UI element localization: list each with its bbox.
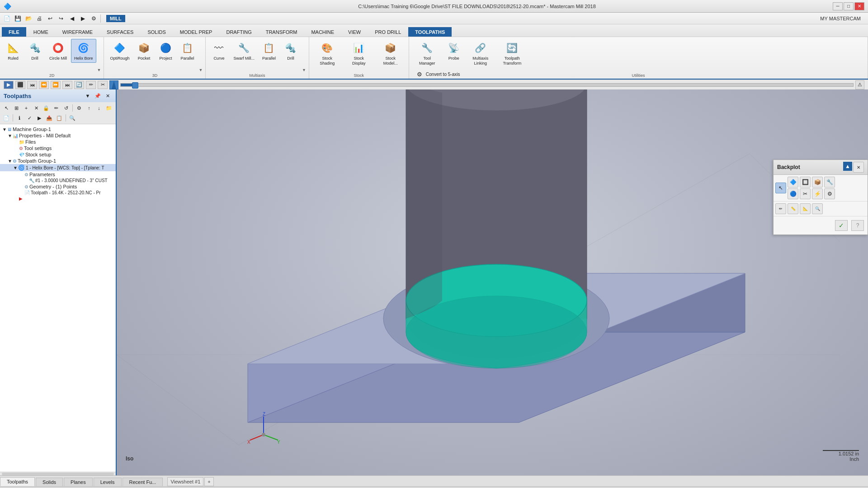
tab-transform[interactable]: TRANSFORM (259, 27, 304, 37)
stock-shading-button[interactable]: 🎨 Stock Shading (312, 39, 343, 68)
probe-button[interactable]: 📡 Probe (443, 39, 464, 63)
tree-stock-setup[interactable]: ▶ 💎 Stock setup (0, 151, 116, 158)
multiaxis-expand-button[interactable]: ▼ (302, 68, 306, 72)
tp-up-button[interactable]: ↑ (85, 103, 94, 113)
tab-levels[interactable]: Levels (94, 478, 122, 486)
undo2-button[interactable]: ↩ (45, 14, 55, 23)
pocket-button[interactable]: 📦 Pocket (133, 39, 154, 63)
tree-helix-bore[interactable]: ▼ 🌀 1 - Helix Bore - [WCS: Top] - [Tplan… (0, 164, 116, 171)
parallel-ma-button[interactable]: 📋 Parallel (259, 39, 279, 63)
bp-btn-render[interactable]: 🔵 (788, 188, 798, 199)
print-button[interactable]: 🖨 (34, 14, 44, 23)
viewsheet-label[interactable]: Viewsheet #1 (167, 477, 203, 486)
maximize-button[interactable]: □ (844, 2, 854, 10)
curve-button[interactable]: 〰 Curve (208, 39, 229, 63)
swarf-mill-button[interactable]: 🔧 Swarf Mill... (230, 39, 258, 63)
tp-select-button[interactable]: ↖ (2, 103, 11, 113)
tp-verify-button[interactable]: ✓ (25, 113, 34, 122)
backplot-close-button[interactable]: ✕ (853, 162, 864, 173)
drill-ma-button[interactable]: 🔩 Drill (280, 39, 301, 63)
save-button[interactable]: 💾 (13, 14, 23, 23)
tp-regen-button[interactable]: ↺ (61, 103, 71, 113)
backplot-collapse-button[interactable]: ▲ (843, 162, 852, 171)
tree-machine-group[interactable]: ▼ 🖥 Machine Group-1 (0, 126, 116, 132)
tree-geometry[interactable]: ▶ ⚙ Geometry - (1) Points (0, 183, 116, 190)
tree-properties[interactable]: ▼ 📊 Properties - Mill Default (0, 132, 116, 139)
viewsheet-add-button[interactable]: + (204, 477, 213, 486)
tab-view[interactable]: VIEW (341, 27, 368, 37)
parallel-3d-button[interactable]: 📋 Parallel (177, 39, 198, 63)
tp-post-button[interactable]: 📤 (45, 113, 54, 122)
bp-btn-wire[interactable]: 🔲 (800, 177, 811, 188)
optirough-button[interactable]: 🔷 OptiRough (107, 39, 132, 63)
tp-info-button[interactable]: ℹ (15, 113, 24, 122)
tab-wireframe[interactable]: WIREFRAME (56, 27, 99, 37)
next-button[interactable]: ⏩ (51, 81, 61, 89)
cut-button[interactable]: ✂ (98, 81, 108, 89)
tp-add-button[interactable]: + (22, 103, 31, 113)
panel-pin-button[interactable]: 📌 (93, 91, 102, 100)
tab-pro-drill[interactable]: PRO DRILL (368, 27, 408, 37)
backplot-help-button[interactable]: ? (851, 220, 864, 231)
close-button[interactable]: ✕ (854, 2, 864, 10)
bp-btn-stock[interactable]: 📦 (812, 177, 823, 188)
drill-button[interactable]: 🔩 Drill (24, 39, 45, 63)
tp-settings-button[interactable]: ⚙ (75, 103, 84, 113)
tp-remove-button[interactable]: ✕ (32, 103, 41, 113)
tp-group-button[interactable]: 📁 (104, 103, 113, 113)
tp-copy-button[interactable]: 📋 (55, 113, 64, 122)
stop-button[interactable]: ⬛ (15, 81, 25, 89)
tab-recent-fu[interactable]: Recent Fu... (123, 478, 163, 486)
bp-btn-arrow[interactable]: ↖ (775, 183, 786, 193)
bp-btn-extra[interactable]: ⚙ (824, 188, 835, 199)
backplot-ok-button[interactable]: ✓ (835, 220, 848, 231)
tab-machine[interactable]: MACHINE (304, 27, 341, 37)
tab-home[interactable]: HOME (27, 27, 55, 37)
tree-tool-settings[interactable]: ▶ ⚙ Tool settings (0, 145, 116, 151)
pos-indicator[interactable] (109, 80, 118, 89)
tab-drafting[interactable]: DRAFTING (219, 27, 258, 37)
project-button[interactable]: 🔵 Project (155, 39, 176, 63)
panel-menu-button[interactable]: ▼ (83, 91, 92, 100)
helix-bore-button[interactable]: 🌀 Helix Bore (71, 39, 96, 63)
tree-toolpath-nc[interactable]: ▶ 📄 Toolpath - 16.4K - 2512-20.NC - Pr (0, 190, 116, 196)
3d-expand-button[interactable]: ▼ (198, 68, 203, 72)
my-mastercam-label[interactable]: MY MASTERCAM (820, 16, 866, 21)
redo2-button[interactable]: ↪ (56, 14, 66, 23)
bp-btn-t3[interactable]: 📐 (800, 203, 811, 214)
stock-display-button[interactable]: 📊 Stock Display (344, 39, 374, 68)
bp-btn-t2[interactable]: 📏 (788, 203, 798, 214)
minimize-button[interactable]: ─ (833, 2, 843, 10)
tp-simulate-button[interactable]: ▶ (35, 113, 44, 122)
tp-ungroup-button[interactable]: 📄 (2, 113, 11, 122)
tp-lock-button[interactable]: 🔒 (42, 103, 51, 113)
bp-btn-rapid[interactable]: ⚡ (812, 188, 823, 199)
tp-down-button[interactable]: ↓ (94, 103, 104, 113)
edit-button[interactable]: ✏ (86, 81, 96, 89)
tool-manager-button[interactable]: 🔧 Tool Manager (412, 39, 443, 68)
bp-btn-cut[interactable]: ✂ (800, 188, 811, 199)
new-button[interactable]: 📄 (2, 14, 12, 23)
prev-button[interactable]: ⏪ (39, 81, 49, 89)
forward-button[interactable]: ▶ (78, 14, 88, 23)
tree-hscroll[interactable] (0, 472, 116, 475)
circle-mill-button[interactable]: ⭕ Circle Mill (46, 39, 70, 63)
multiaxis-linking-button[interactable]: 🔗 Multiaxis Linking (465, 39, 496, 68)
2d-expand-button[interactable]: ▼ (97, 68, 101, 72)
tp-edit-button[interactable]: ✏ (52, 103, 61, 113)
tab-planes[interactable]: Planes (64, 478, 93, 486)
progress-bar[interactable] (120, 83, 854, 87)
tp-filter-button[interactable]: 🔍 (68, 113, 77, 122)
tab-toolpaths[interactable]: TOOLPATHS (408, 27, 452, 37)
tree-files[interactable]: ▶ 📁 Files (0, 139, 116, 145)
tab-solids-view[interactable]: Solids (36, 478, 63, 486)
prev-start-button[interactable]: ⏮ (27, 81, 37, 89)
tab-file[interactable]: FILE (2, 27, 26, 37)
open-button[interactable]: 📂 (24, 14, 33, 23)
back-button[interactable]: ◀ (67, 14, 77, 23)
next-end-button[interactable]: ⏭ (62, 81, 72, 89)
stock-model-button[interactable]: 📦 Stock Model... (375, 39, 406, 68)
tab-model-prep[interactable]: MODEL PREP (173, 27, 219, 37)
bp-btn-t1[interactable]: ✏ (775, 203, 786, 214)
more-button[interactable]: ⚙ (89, 14, 99, 23)
